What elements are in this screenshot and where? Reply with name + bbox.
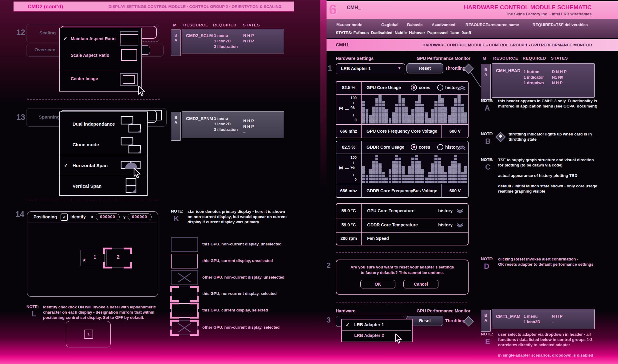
note-c-text: TSF to supply graph structure and visual… [498,157,597,194]
core-voltage-label: Core Voltage [411,129,437,134]
schematic-title: HARDWARE CONTROL MODULE SCHEMATIC [464,4,592,11]
expand-chevron-down-icon[interactable] [456,223,464,228]
cursor-icon [137,86,147,96]
selection-corner [103,248,112,254]
cores-radio[interactable] [411,84,417,91]
required-list: 1 menu1 icon2D [524,314,540,325]
note-a-prefix: NOTE: [481,98,493,103]
mode-box: BA [481,64,491,100]
expand-chevron-down-icon[interactable] [456,209,464,213]
states-list: N H P– [552,314,563,325]
legend-swatch-noncurrent-unselected [171,237,198,252]
menu-separator [60,155,146,155]
selection-corner [103,262,112,268]
menu-item-adapter-1[interactable]: LRB Adapter 1 [354,322,384,327]
fan-speed-label: Fan Speed [367,236,389,241]
note-l-text: identify checkbox ON will invoke a bezel… [43,304,156,320]
scaling-label: Scaling [39,30,56,35]
gpu-temp-history-label[interactable]: history [438,208,453,213]
reset-button[interactable]: Reset [406,63,443,73]
resource-table-cmd2-sclm: CMD2_SCLM 1 menu1 icon2D3 illustration N… [182,29,284,53]
cmh1-title: HARDWARE CONTROL MODULE • CONTROL GROUP … [422,43,592,47]
legend-swatch-noncurrent-selected [171,287,198,301]
left-page-title: CMD2 (cont’d) [28,4,63,10]
legend-label: this GPU, current display, unselected [202,258,273,263]
legend-key-resource: RESOURCE=resource name [465,22,519,27]
note-c-prefix: NOTE: [481,157,493,162]
menu-item-horizontal-span[interactable]: Horizontal Span [73,163,108,168]
mode-box: BA [171,29,181,56]
menu-item-vertical-span[interactable]: Vertical Span [73,183,101,189]
note-d-text: clicking Reset invokes alert confirmatio… [498,256,593,267]
gpu-core-usage-panel: 82.5 % GPU Core Usage cores history 100 … [336,81,469,138]
scaling-menu: ✓ Maintain Aspect Ratio Scale Aspect Rat… [59,28,142,92]
page-divider-gradient [320,0,327,252]
legend-key-b: B=basic [407,22,422,27]
cores-radio-label[interactable]: cores [419,145,430,150]
menu-separator [342,330,411,331]
throttling-lit-icon [495,132,506,142]
center-image-icon [120,73,138,86]
cores-radio-label[interactable]: cores [419,85,430,90]
hardware-settings-heading: Hardware Settings [336,56,374,61]
collapse-chevron-up-icon[interactable] [458,86,466,91]
gddr-usage-axis: 100 ⋈ % 0 [338,155,360,183]
gpu-usage-title: GPU Core Usage [366,85,401,90]
dialog-message-line2: to factory defaults? This cannot be undo… [336,270,468,275]
mode-box: BA [171,112,181,141]
throttle-axis-icon: ⋈ [339,165,343,170]
legend-key-g: G=global [381,22,398,27]
dashed-separator [336,303,467,303]
history-radio[interactable] [437,144,443,150]
display-2-rect[interactable]: 2 [104,249,131,268]
clone-mode-icon [121,137,141,154]
display-1-number: 1 [93,255,96,260]
menu-item-center-image[interactable]: Center Image [71,76,98,81]
required-list: 1 menu1 icon2D3 illustration [214,33,238,49]
note-l-letter: L [32,310,36,318]
col-header-resource: RESOURCE [493,56,518,61]
legend-swatch-current-unselected [171,254,198,268]
check-icon: ✓ [346,322,350,328]
collapse-chevron-up-icon[interactable] [458,145,466,150]
gddr-temp-label: GDDR Core Temperature [367,222,418,227]
menu-item-scale-aspect-ratio[interactable]: Scale Aspect Ratio [71,53,109,58]
bezel-character-box: 1 [84,330,93,339]
legend-swatch-othergpu-selected [171,320,198,335]
adapter-dropdown[interactable]: LRB Adapter 1 ▼ [336,63,405,74]
states-list: D N H PN1 N0N H P [552,69,567,86]
cores-radio[interactable] [411,144,417,150]
gpu-performance-monitor-heading: GPU Performance Monitor [417,56,470,61]
menu-item-adapter-2[interactable]: LRB Adapter 2 [354,333,384,338]
adapter-dropdown-value: LRB Adapter 1 [341,66,371,71]
gddr-usage-graph [362,155,467,183]
legend-label: other GPU, non-current display, unselect… [202,275,284,280]
gddr-temp-history-label[interactable]: history [438,222,453,227]
menu-item-dual-independance[interactable]: Dual independance [73,121,115,127]
gpu-freq-label: GPU Core Frequency [366,129,410,134]
display-1-rect[interactable]: 1 ★ [80,250,107,266]
check-icon: ✓ [64,162,68,168]
identify-checkbox[interactable]: ✓ [61,213,68,221]
note-k-letter: K [174,214,179,223]
fan-speed-value: 200 rpm [336,236,361,241]
history-radio-label[interactable]: history [445,85,460,90]
legend-swatch-current-selected [171,303,198,318]
reset-confirmation-dialog: Are you sure you want to reset your adap… [336,260,469,295]
resource-name: CMD2_SPNM [186,116,213,121]
note-a-letter: A [485,104,490,112]
history-radio[interactable] [437,84,443,91]
chevron-down-icon[interactable]: ▼ [398,66,401,70]
history-radio-label[interactable]: history [445,145,460,150]
gpu-temp-label: GPU Core Temperature [367,208,414,213]
cursor-icon [394,334,403,344]
cancel-button[interactable]: Cancel [403,280,438,288]
menu-item-clone-mode[interactable]: Clone mode [73,142,99,147]
x-coordinate-input[interactable]: 000000 [96,213,120,220]
section-13-number: 13 [16,112,25,122]
y-coordinate-input[interactable]: 000000 [128,213,152,220]
ok-button[interactable]: OK [360,280,395,288]
hardware-heading: Hardware [336,308,355,313]
cmh1-section-bar: CMH1 HARDWARE CONTROL MODULE • CONTROL G… [327,39,618,51]
menu-item-maintain-aspect-ratio[interactable]: Maintain Aspect Ratio [71,36,116,41]
